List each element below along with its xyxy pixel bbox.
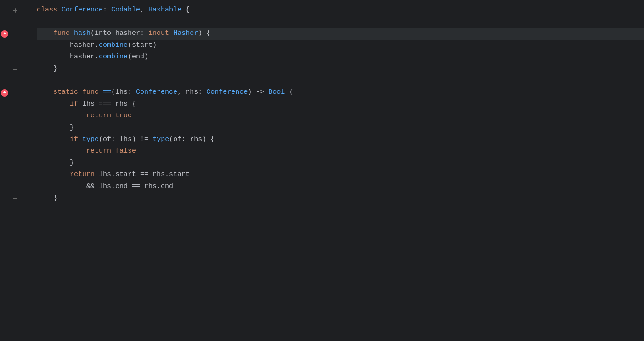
gutter-row [0, 28, 32, 40]
token-plain: ( [169, 134, 173, 145]
token-arrow: -> [256, 87, 264, 98]
gutter-row [0, 134, 32, 146]
token-plain [37, 40, 70, 51]
token-plain [37, 28, 53, 39]
token-plain [37, 158, 70, 169]
code-line: if lhs === rhs { [37, 99, 644, 111]
token-type: Conference [136, 87, 177, 98]
token-kw: return [86, 146, 115, 157]
code-line: static func ==(lhs: Conference, rhs: Con… [37, 87, 644, 99]
code-line: } [37, 63, 644, 75]
fold-area[interactable] [10, 7, 20, 14]
token-fn-name: type [153, 134, 169, 145]
token-bool-val: false [115, 146, 136, 157]
token-plain [148, 134, 153, 145]
fold-closed-icon[interactable] [12, 195, 18, 202]
code-line: hasher.combine(end) [37, 51, 644, 63]
token-plain: : rhs) { [181, 134, 215, 145]
code-content: class Conference: Codable, Hashable { fu… [32, 5, 644, 336]
gutter-row [0, 5, 32, 17]
token-plain: ) [144, 51, 148, 63]
token-plain [37, 193, 53, 204]
token-kw: func [82, 87, 103, 98]
token-plain: : [140, 28, 148, 39]
gutter-row [0, 193, 32, 205]
token-plain: lhs [115, 87, 128, 98]
token-fn-name: hash [74, 28, 90, 39]
gutter-row [0, 51, 32, 63]
token-plain [37, 134, 70, 145]
token-plain: into [95, 28, 111, 39]
token-bool-val: true [115, 110, 132, 121]
code-line: return true [37, 110, 644, 122]
token-plain: } [70, 122, 74, 133]
code-line: hasher.combine(start) [37, 40, 644, 52]
token-plain: != [140, 134, 148, 145]
token-plain [37, 110, 86, 121]
token-kw: class [37, 5, 62, 16]
token-plain: end [132, 51, 144, 63]
token-plain: .end [111, 181, 132, 192]
token-plain: ) [153, 40, 157, 51]
token-plain: === [99, 99, 111, 110]
token-inout-kw: inout [148, 28, 173, 39]
token-plain: { [181, 5, 190, 16]
breakpoint-icon[interactable] [1, 89, 8, 97]
code-line: class Conference: Codable, Hashable { [37, 5, 644, 17]
token-plain: start [132, 40, 153, 51]
token-plain [37, 63, 53, 74]
gutter-row [0, 17, 32, 28]
token-plain: of [173, 134, 181, 145]
token-plain: , [140, 5, 148, 16]
gutter-row [0, 122, 32, 134]
breakpoint-icon[interactable] [1, 30, 8, 38]
token-kw: return [70, 169, 99, 180]
token-plain: hasher [70, 51, 95, 63]
fold-open-icon[interactable] [12, 7, 18, 14]
svg-rect-3 [13, 198, 17, 199]
token-plain: .start [111, 169, 140, 180]
token-proto: Hashable [148, 5, 181, 16]
token-plain: == [140, 169, 148, 180]
token-plain: ( [128, 40, 132, 51]
token-plain [37, 146, 86, 157]
token-plain: : [198, 87, 206, 98]
token-type: Hasher [173, 28, 198, 39]
token-plain: } [53, 193, 57, 204]
gutter-row [0, 110, 32, 122]
token-plain: ( [128, 51, 132, 63]
fold-closed-icon[interactable] [12, 66, 18, 73]
gutter-row [0, 205, 32, 216]
token-plain [37, 87, 53, 98]
code-line: if type(of: lhs) != type(of: rhs) { [37, 134, 644, 146]
token-plain: . [95, 40, 99, 51]
token-type: Conference [206, 87, 248, 98]
token-plain: , [177, 87, 186, 98]
token-type: Conference [62, 5, 103, 16]
token-plain: } [70, 158, 74, 169]
token-plain: .start [165, 169, 190, 180]
token-plain: of [103, 134, 111, 145]
token-plain: : [103, 5, 111, 16]
token-plain: rhs { [111, 99, 136, 110]
gutter-row [0, 169, 32, 181]
fold-area[interactable] [10, 66, 20, 73]
fold-area[interactable] [10, 195, 20, 202]
token-plain: . [95, 51, 99, 63]
code-line: && lhs.end == rhs.end [37, 181, 644, 193]
token-plain [37, 181, 86, 192]
token-plain [37, 169, 70, 180]
token-plain: ) { [198, 28, 210, 39]
gutter-row [0, 146, 32, 158]
token-plain [37, 122, 70, 133]
gutter-row [0, 87, 32, 99]
token-method: combine [99, 51, 128, 63]
code-line: return lhs.start == rhs.start [37, 169, 644, 181]
token-plain: lhs [99, 169, 111, 180]
token-plain: ) [248, 87, 256, 98]
gutter-row [0, 40, 32, 52]
token-plain: && [86, 181, 95, 192]
gutter-row [0, 181, 32, 193]
code-line [37, 75, 644, 87]
token-plain [37, 99, 70, 110]
